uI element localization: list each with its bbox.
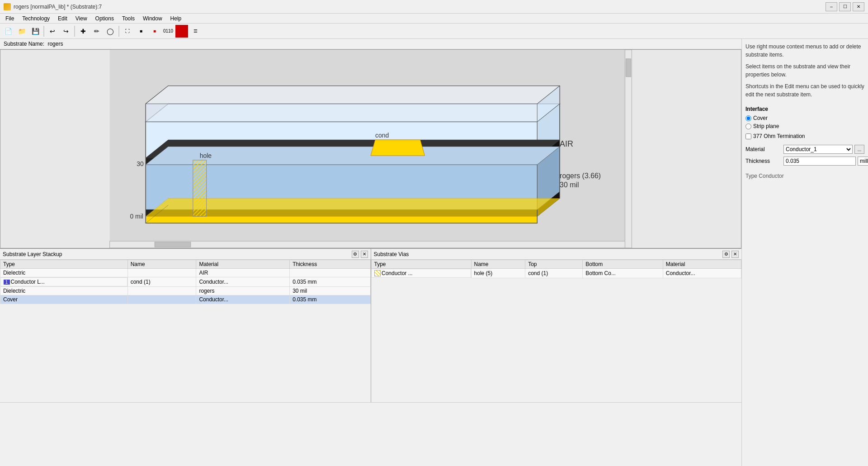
tb-btn-1[interactable]: ✚	[77, 25, 90, 38]
via-col-top: Top	[525, 260, 583, 269]
col-type: Type	[0, 260, 128, 269]
close-button[interactable]: ✕	[853, 2, 864, 11]
via-material: Conductor...	[663, 269, 741, 278]
stackup-panel: Substrate Layer Stackup ⚙ ✕ Type Name Ma…	[0, 249, 371, 402]
menu-window[interactable]: Window	[139, 14, 166, 23]
checkbox-377[interactable]	[745, 133, 751, 139]
thickness-input[interactable]: 0.035	[783, 157, 856, 166]
svg-text:AIR: AIR	[560, 139, 573, 148]
titlebar-left: rogers [normalPA_lib] * (Substrate):7	[4, 3, 102, 10]
svg-marker-21	[371, 140, 425, 156]
stackup-close-button[interactable]: ✕	[361, 251, 368, 258]
menu-edit[interactable]: Edit	[54, 14, 71, 23]
checkbox-377-label: 377 Ohm Termination	[753, 133, 805, 139]
toolbar-sep-3	[118, 26, 119, 37]
material-row: Material Conductor_1 ...	[745, 145, 864, 154]
via-bottom: Bottom Co...	[583, 269, 663, 278]
tb-btn-2[interactable]: ✏	[90, 25, 103, 38]
menubar: File Technology Edit View Options Tools …	[0, 14, 868, 24]
vias-table-container[interactable]: Type Name Top Bottom Material	[371, 260, 742, 402]
svg-marker-30	[146, 86, 560, 104]
menu-tools[interactable]: Tools	[118, 14, 138, 23]
svg-marker-31	[146, 104, 537, 122]
type-conductor-label: Type Conductor	[745, 173, 784, 179]
row-thickness: 0.035 mm	[290, 295, 370, 304]
via-col-name: Name	[471, 260, 525, 269]
radio-cover[interactable]	[745, 115, 751, 121]
main-container: Substrate Name: rogers AIR rogers (3.66)…	[0, 39, 868, 466]
stackup-panel-icons: ⚙ ✕	[352, 251, 368, 258]
interface-section-title: Interface	[745, 106, 864, 112]
checkbox-377-group: 377 Ohm Termination	[745, 133, 864, 139]
radio-strip-label: Strip plane	[753, 123, 779, 129]
new-button[interactable]: 📄	[2, 25, 14, 38]
tb-btn-6[interactable]: ■	[148, 25, 161, 38]
stackup-table: Type Name Material Thickness Dielectric …	[0, 260, 371, 304]
3d-view[interactable]: AIR rogers (3.66) 30 mil	[0, 49, 741, 248]
help-text-1: Use right mouse context menus to add or …	[745, 43, 864, 59]
left-area: Substrate Name: rogers AIR rogers (3.66)…	[0, 39, 741, 466]
right-panel: Use right mouse context menus to add or …	[741, 39, 868, 466]
row-material: Conductor...	[196, 277, 290, 287]
undo-button[interactable]: ↩	[46, 25, 59, 38]
tb-btn-4[interactable]: ⛶	[121, 25, 134, 38]
3d-canvas: AIR rogers (3.66) 30 mil	[0, 50, 741, 248]
row-material: rogers	[196, 287, 290, 295]
radio-strip-group: Strip plane	[745, 123, 864, 129]
table-row[interactable]: 1 Conductor L... cond (1) Conductor... 0…	[0, 277, 371, 287]
vias-table: Type Name Top Bottom Material	[371, 260, 742, 278]
save-button[interactable]: 💾	[29, 25, 42, 38]
row-name	[127, 287, 196, 295]
svg-text:rogers (3.66): rogers (3.66)	[560, 172, 601, 180]
menu-options[interactable]: Options	[92, 14, 118, 23]
stackup-table-container[interactable]: Type Name Material Thickness Dielectric …	[0, 260, 371, 402]
vias-title: Substrate Vias	[374, 251, 409, 257]
bottom-panels: Substrate Layer Stackup ⚙ ✕ Type Name Ma…	[0, 248, 741, 402]
via-name: hole (5)	[471, 269, 525, 278]
tb-btn-7[interactable]: 0110	[162, 25, 175, 38]
minimize-button[interactable]: –	[826, 2, 837, 11]
material-browse-button[interactable]: ...	[854, 145, 864, 154]
via-type: Conductor ...	[371, 269, 471, 278]
maximize-button[interactable]: ☐	[839, 2, 851, 11]
row-type: Cover	[0, 295, 128, 304]
stackup-title: Substrate Layer Stackup	[3, 251, 62, 257]
row-thickness	[290, 269, 370, 277]
row-name: cond (1)	[127, 277, 196, 287]
tb-btn-8[interactable]: ▬	[175, 25, 188, 38]
menu-view[interactable]: View	[72, 14, 91, 23]
titlebar: rogers [normalPA_lib] * (Substrate):7 – …	[0, 0, 868, 14]
table-row[interactable]: Dielectric rogers 30 mil	[0, 287, 371, 295]
row-type: 1 Conductor L...	[0, 277, 127, 286]
help-text-3: Shortcuts in the Edit menu can be used t…	[745, 82, 864, 99]
titlebar-controls: – ☐ ✕	[826, 2, 864, 11]
redo-button[interactable]: ↪	[60, 25, 72, 38]
tb-btn-5[interactable]: ■	[135, 25, 147, 38]
menu-file[interactable]: File	[2, 14, 18, 23]
stackup-gear-button[interactable]: ⚙	[352, 251, 359, 258]
row-type: Dielectric	[0, 269, 128, 277]
menu-technology[interactable]: Technology	[19, 14, 53, 23]
radio-strip[interactable]	[745, 124, 751, 129]
table-row[interactable]: Dielectric AIR	[0, 269, 371, 277]
toolbar: 📄 📁 💾 ↩ ↪ ✚ ✏ ◯ ⛶ ■ ■ 0110 ▬ ☰	[0, 24, 868, 39]
svg-marker-20	[146, 199, 560, 217]
menu-help[interactable]: Help	[167, 14, 185, 23]
svg-text:cond: cond	[375, 132, 389, 139]
table-row[interactable]: Cover Conductor... 0.035 mm	[0, 295, 371, 304]
table-row[interactable]: Conductor ... hole (5) cond (1) Bottom C…	[371, 269, 741, 278]
row-material: AIR	[196, 269, 290, 277]
stackup-panel-header: Substrate Layer Stackup ⚙ ✕	[0, 249, 371, 260]
svg-rect-1	[625, 50, 632, 248]
open-button[interactable]: 📁	[15, 25, 28, 38]
vias-close-button[interactable]: ✕	[731, 251, 739, 258]
app-icon	[4, 3, 11, 10]
vias-panel-icons: ⚙ ✕	[722, 251, 739, 258]
material-select[interactable]: Conductor_1	[783, 145, 853, 154]
thickness-unit-select[interactable]: millimeter	[858, 157, 868, 166]
vias-gear-button[interactable]: ⚙	[722, 251, 730, 258]
svg-text:30 mil: 30 mil	[560, 181, 579, 189]
tb-btn-3[interactable]: ◯	[104, 25, 117, 38]
tb-btn-9[interactable]: ☰	[189, 25, 202, 38]
titlebar-title: rogers [normalPA_lib] * (Substrate):7	[14, 4, 102, 10]
